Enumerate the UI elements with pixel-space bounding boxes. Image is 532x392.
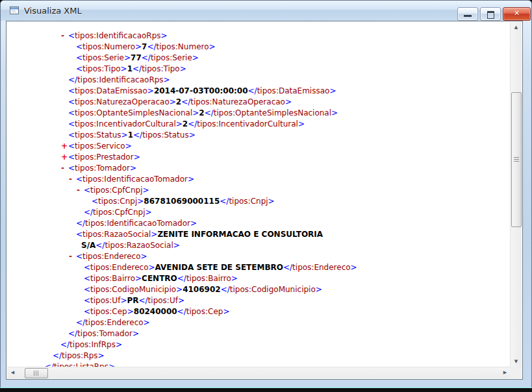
xml-bracket: </	[248, 86, 257, 95]
xml-bracket: <	[84, 296, 90, 305]
xml-tag-name: tipos:Serie	[82, 53, 124, 62]
horizontal-scrollbar-thumb[interactable]	[25, 368, 48, 378]
xml-bracket: <	[84, 307, 90, 316]
collapse-marker-icon[interactable]: -	[77, 185, 80, 196]
xml-bracket: <	[76, 42, 82, 51]
scrollbar-corner	[511, 367, 522, 378]
xml-bracket: </	[76, 219, 85, 228]
xml-value: 4106902	[183, 285, 220, 294]
xml-bracket: <	[84, 285, 90, 294]
xml-bracket: >	[135, 274, 142, 283]
titlebar[interactable]: Visualiza XML ✕	[1, 1, 531, 21]
xml-tag-name: tipos:Serie	[151, 53, 192, 62]
xml-bracket: >	[173, 241, 180, 250]
xml-line: <tipos:Numero>7</tipos:Numero>	[7, 42, 511, 53]
expand-marker-icon[interactable]: +	[61, 141, 68, 152]
xml-line: </tipos:IdentificacaoTomador>	[7, 218, 511, 229]
xml-tag-name: tipos:IncentivadorCultural	[75, 119, 176, 129]
xml-tag-name: tipos:IdentificacaoRps	[75, 31, 161, 40]
xml-tag-name: tipos:Endereco	[82, 252, 140, 261]
xml-tag-name: tipos:Cnpj	[98, 197, 137, 206]
xml-value: 86781069000115	[144, 197, 220, 206]
xml-bracket: >	[149, 263, 155, 272]
xml-bracket: <	[76, 175, 82, 184]
xml-bracket: </	[147, 42, 156, 51]
vertical-scrollbar-thumb[interactable]	[511, 92, 522, 227]
xml-line: <tipos:OptanteSimplesNacional>2</tipos:O…	[7, 108, 511, 119]
xml-value: 2	[183, 119, 188, 129]
xml-line: +<tipos:Prestador>	[7, 152, 511, 163]
xml-bracket: <	[84, 263, 90, 272]
xml-bracket: >	[188, 175, 194, 184]
scroll-left-icon[interactable]: ◀	[7, 367, 18, 378]
xml-bracket: >	[351, 263, 357, 272]
xml-bracket: >	[121, 64, 127, 73]
xml-tag-name: tipos:CpfCnpj	[93, 208, 145, 217]
scroll-right-icon[interactable]: ▶	[500, 367, 511, 378]
xml-bracket: </	[133, 130, 142, 140]
maximize-button[interactable]	[480, 7, 501, 21]
xml-bracket: >	[137, 197, 144, 206]
xml-line: </tipos:IdentificacaoRps>	[7, 75, 511, 86]
xml-line: </tipos:CpfCnpj>	[7, 207, 511, 218]
xml-line: <tipos:Cnpj>86781069000115</tipos:Cnpj>	[7, 196, 511, 207]
collapse-marker-icon[interactable]: -	[61, 163, 64, 174]
xml-bracket: >	[146, 208, 152, 217]
xml-line: -<tipos:Endereco>	[7, 251, 511, 262]
xml-value: 2	[199, 108, 204, 117]
xml-line: -<tipos:Tomador>	[7, 163, 511, 174]
expand-marker-icon[interactable]: +	[61, 152, 68, 163]
maximize-icon	[487, 11, 494, 19]
xml-bracket: >	[127, 307, 134, 316]
collapse-marker-icon[interactable]: -	[69, 174, 72, 185]
xml-bracket: <	[92, 197, 98, 206]
horizontal-scrollbar[interactable]: ◀ ▶	[7, 367, 511, 378]
xml-value: ZENITE INFORMACAO E CONSULTORIA	[157, 230, 323, 239]
xml-line: </tipos:InfRps>	[7, 339, 511, 350]
xml-bracket: </	[188, 119, 197, 129]
xml-bracket: >	[176, 119, 183, 129]
xml-bracket: >	[189, 130, 196, 140]
xml-line: -<tipos:IdentificacaoTomador>	[7, 174, 511, 185]
close-button[interactable]: ✕	[503, 7, 531, 21]
scroll-up-icon[interactable]: ▲	[511, 22, 522, 33]
xml-value: S/A	[81, 241, 95, 250]
xml-tag-name: tipos:NaturezaOperacao	[190, 97, 285, 106]
xml-tag-name: tipos:Endereco	[90, 263, 148, 272]
xml-line: <tipos:DataEmissao>2014-07-03T00:00:00</…	[7, 86, 511, 97]
xml-bracket: >	[121, 130, 128, 140]
xml-bracket: </	[84, 208, 93, 217]
scroll-down-icon[interactable]: ▼	[511, 356, 522, 367]
xml-bracket: </	[68, 329, 77, 338]
xml-bracket: >	[125, 141, 132, 151]
vertical-scrollbar[interactable]: ▲ ▼	[510, 22, 522, 367]
xml-bracket: >	[133, 329, 139, 338]
xml-bracket: >	[124, 53, 131, 62]
xml-bracket: >	[120, 296, 127, 305]
app-window-icon[interactable]	[9, 5, 19, 16]
xml-bracket: >	[144, 318, 150, 327]
xml-bracket: >	[164, 75, 170, 84]
xml-line: <tipos:Serie>77</tipos:Serie>	[7, 53, 511, 64]
collapse-marker-icon[interactable]: -	[61, 31, 64, 42]
xml-bracket: </	[95, 241, 105, 250]
xml-line: <tipos:Cep>80240000</tipos:Cep>	[7, 306, 511, 317]
minimize-button[interactable]	[457, 7, 478, 21]
xml-line: <tipos:IncentivadorCultural>2</tipos:Inc…	[7, 119, 511, 130]
xml-bracket: <	[68, 153, 75, 162]
collapse-marker-icon[interactable]: -	[69, 251, 72, 262]
xml-line: +<tipos:Servico>	[7, 141, 511, 152]
xml-line: </tipos:Tomador>	[7, 328, 511, 339]
xml-bracket: <	[68, 119, 75, 129]
xml-line: <tipos:Endereco>AVENIDA SETE DE SETEMBRO…	[7, 262, 511, 273]
xml-bracket: </	[53, 351, 62, 360]
xml-bracket: <	[68, 108, 75, 117]
xml-tag-name: tipos:IdentificacaoTomador	[82, 175, 188, 184]
xml-tag-name: tipos:InfRps	[70, 340, 116, 349]
xml-bracket: >	[134, 153, 140, 162]
xml-tag-name: tipos:DataEmissao	[75, 86, 147, 95]
xml-tag-name: tipos:CpfCnpj	[90, 186, 142, 195]
xml-bracket: >	[329, 86, 336, 95]
xml-bracket: >	[285, 97, 292, 106]
thumb-grip	[34, 371, 38, 376]
